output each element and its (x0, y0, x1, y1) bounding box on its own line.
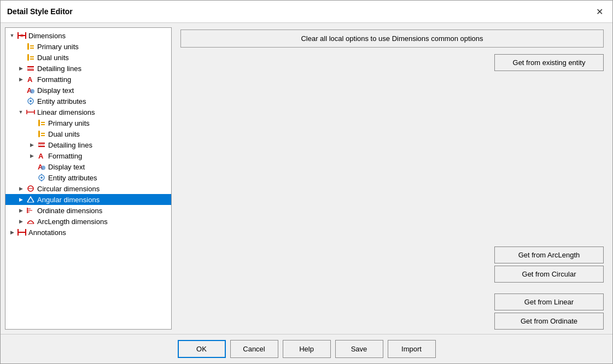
tree-item-dual-units-2[interactable]: Dual units (5, 128, 171, 139)
svg-rect-23 (38, 120, 40, 126)
tree-item-primary-units-1[interactable]: Primary units (5, 41, 171, 52)
tree-label-display-text-1: Display text (37, 86, 74, 95)
clear-local-options-button[interactable]: Clear all local options to use Dimension… (180, 30, 604, 48)
tree-item-ordinate-dimensions[interactable]: ▶ Ordinate dimensions (5, 205, 171, 216)
display-text-2-icon: A (36, 162, 47, 171)
tree-label-formatting-1: Formatting (37, 75, 71, 84)
svg-point-3 (20, 34, 24, 37)
expand-linear[interactable]: ▼ (16, 108, 25, 116)
dual-units-1-icon (25, 53, 36, 62)
clear-btn-area: Clear all local options to use Dimension… (180, 30, 604, 48)
get-from-linear-button[interactable]: Get from Linear (494, 293, 604, 310)
arclength-dim-icon (25, 217, 36, 226)
tree-label-dual-units-2: Dual units (48, 130, 80, 138)
expand-formatting-1[interactable]: ▶ (16, 75, 25, 84)
tree-label-primary-units-2: Primary units (48, 119, 90, 127)
help-button[interactable]: Help (283, 340, 331, 358)
title-bar: Detail Style Editor ✕ (1, 1, 612, 23)
expand-angular[interactable]: ▶ (16, 195, 25, 204)
spacer (180, 75, 604, 242)
svg-rect-7 (27, 54, 29, 61)
tree-item-entity-attrs-2[interactable]: Entity attributes (5, 172, 171, 183)
tree-item-primary-units-2[interactable]: Primary units (5, 118, 171, 128)
svg-point-15 (30, 89, 34, 93)
tree-item-entity-attrs-1[interactable]: Entity attributes (5, 96, 171, 107)
right-panel: Clear all local options to use Dimension… (176, 23, 612, 334)
detailing-lines-2-icon (36, 140, 47, 149)
dialog: Detail Style Editor ✕ ▼ Dimensions (0, 0, 613, 364)
primary-units-1-icon (25, 42, 36, 51)
tree-label-formatting-2: Formatting (48, 152, 82, 160)
svg-rect-49 (25, 229, 26, 236)
annotations-icon (16, 228, 27, 237)
svg-rect-26 (38, 131, 40, 137)
expand-arclength[interactable]: ▶ (16, 217, 25, 226)
expand-dimensions[interactable]: ▼ (8, 31, 16, 40)
right-actions-top: Get from existing entity (180, 54, 604, 71)
bottom-buttons: OK Cancel Help Save Import (1, 334, 612, 363)
tree-item-arclength-dimensions[interactable]: ▶ ArcLength dimensions (5, 216, 171, 227)
svg-point-36 (40, 177, 43, 179)
tree-label-annotations: Annotations (28, 228, 66, 237)
get-from-arclength-button[interactable]: Get from ArcLength (494, 246, 604, 263)
tree-item-display-text-1[interactable]: A Display text (5, 85, 171, 96)
close-button[interactable]: ✕ (593, 5, 606, 18)
ordinate-dim-icon (25, 206, 36, 215)
svg-rect-9 (30, 58, 34, 60)
svg-rect-2 (25, 32, 26, 39)
expand-detailing-2[interactable]: ▶ (27, 140, 36, 149)
expand-annotations[interactable]: ▶ (8, 228, 16, 237)
tree-item-circular-dimensions[interactable]: ▶ Circular dimensions (5, 183, 171, 194)
cancel-button[interactable]: Cancel (230, 340, 278, 358)
tree-label-primary-units-1: Primary units (37, 43, 79, 51)
save-button[interactable]: Save (335, 340, 383, 358)
import-button[interactable]: Import (388, 340, 436, 358)
svg-rect-5 (30, 45, 34, 46)
svg-rect-1 (17, 32, 19, 39)
expand-ordinate[interactable]: ▶ (16, 206, 25, 215)
tree-item-formatting-1[interactable]: ▶ A Formatting (5, 74, 171, 85)
tree-label-detailing-lines-2: Detailing lines (48, 141, 92, 149)
svg-rect-48 (17, 229, 19, 236)
tree-label-dual-units-1: Dual units (37, 54, 69, 62)
tree-item-detailing-lines-1[interactable]: ▶ Detailing lines (5, 63, 171, 74)
get-from-circular-button[interactable]: Get from Circular (494, 266, 604, 283)
tree-label-ordinate-dimensions: Ordinate dimensions (37, 207, 102, 215)
display-text-1-icon: A (25, 86, 36, 95)
tree-label-display-text-2: Display text (48, 163, 85, 171)
tree-panel: ▼ Dimensions (5, 27, 172, 330)
tree-item-dual-units-1[interactable]: Dual units (5, 52, 171, 63)
main-content: ▼ Dimensions (1, 23, 612, 334)
angular-dim-icon (25, 195, 36, 204)
expand-detailing-1[interactable]: ▶ (16, 64, 25, 73)
svg-text:A: A (27, 75, 33, 83)
formatting-1-icon: A (25, 75, 36, 84)
entity-attrs-1-icon (25, 97, 36, 105)
svg-rect-4 (27, 43, 29, 50)
tree-item-display-text-2[interactable]: A Display text (5, 161, 171, 172)
ok-button[interactable]: OK (178, 340, 226, 358)
tree-item-angular-dimensions[interactable]: ▶ Angular dimensions (5, 194, 171, 205)
tree-label-linear-dimensions: Linear dimensions (37, 108, 95, 116)
tree-item-annotations[interactable]: ▶ Annotations (5, 227, 171, 238)
tree-label-angular-dimensions: Angular dimensions (37, 196, 100, 204)
tree-label-entity-attrs-2: Entity attributes (48, 174, 97, 182)
expand-circular[interactable]: ▶ (16, 184, 25, 193)
right-button-group: Get from ArcLength Get from Circular Get… (180, 246, 604, 330)
tree-item-detailing-lines-2[interactable]: ▶ Detailing lines (5, 139, 171, 150)
get-from-ordinate-button[interactable]: Get from Ordinate (494, 313, 604, 330)
svg-rect-24 (41, 122, 45, 123)
tree-label-entity-attrs-1: Entity attributes (37, 97, 86, 105)
svg-rect-6 (30, 48, 34, 49)
svg-point-34 (41, 166, 45, 170)
expand-formatting-2[interactable]: ▶ (27, 151, 36, 160)
svg-rect-8 (30, 56, 34, 57)
tree-label-circular-dimensions: Circular dimensions (37, 185, 100, 193)
dimensions-icon (16, 31, 27, 40)
tree-item-linear-dimensions[interactable]: ▼ Linear dimensions (5, 107, 171, 118)
tree-item-formatting-2[interactable]: ▶ A Formatting (5, 150, 171, 161)
dual-units-2-icon (36, 130, 47, 138)
svg-point-17 (30, 100, 32, 102)
tree-item-dimensions[interactable]: ▼ Dimensions (5, 30, 171, 41)
get-from-existing-button[interactable]: Get from existing entity (494, 54, 604, 71)
